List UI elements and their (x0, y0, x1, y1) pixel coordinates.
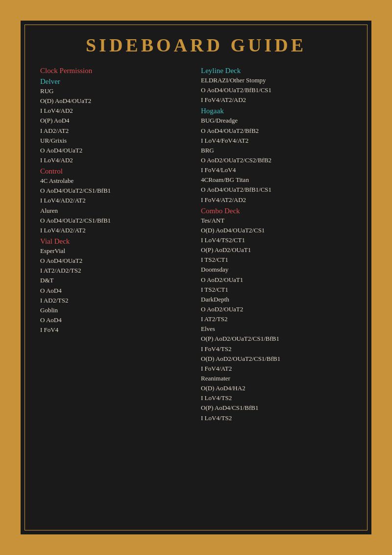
list-item: BUG/Dreadge (201, 116, 352, 126)
list-item: O AoD4/OUaT2/BfB1/CS1 (201, 85, 352, 95)
section-header: Combo Deck (201, 207, 352, 215)
list-item: O(P) AoD4 (40, 116, 191, 126)
section-header: Control (40, 167, 191, 176)
outer-frame: SIDEBOARD GUIDE Clock PermissionDelverRU… (10, 10, 382, 545)
svg-rect-9 (15, 536, 19, 540)
list-item: I AT2/AD2/TS2 (40, 266, 191, 276)
list-item: Tes/ANT (201, 216, 352, 226)
list-item: I FoV4/AT2/AD2 (201, 195, 352, 205)
list-item: I AD2/AT2 (40, 126, 191, 136)
section-header: Delver (40, 77, 191, 86)
inner-card: SIDEBOARD GUIDE Clock PermissionDelverRU… (20, 20, 372, 535)
svg-rect-1 (15, 15, 19, 19)
list-item: I LoV4/AD2/AT2 (40, 196, 191, 205)
list-item: I LoV4/AD2/AT2 (40, 226, 191, 235)
list-item: BRG (201, 146, 352, 155)
list-item: I FoV4/AT2/AD2 (201, 95, 352, 105)
list-item: O AoD4/OUaT2/BfB1/CS1 (201, 185, 352, 195)
list-item: I LoV4/AD2 (40, 106, 191, 116)
list-item: I FoV4/LoV4 (201, 165, 352, 175)
list-item: O(P) AoD4/CS1/BfB1 (201, 403, 352, 413)
list-item: O AoD4 (40, 315, 191, 325)
list-item: O(D) AoD4/HA2 (201, 383, 352, 393)
list-item: O AoD4/OUaT2/BfB2 (201, 126, 352, 136)
list-item: RUG (40, 86, 191, 96)
list-item: Doomsday (201, 265, 352, 275)
list-item: I FoV4/TS2 (201, 344, 352, 354)
list-item: Aluren (40, 206, 191, 216)
list-item: I TS2/CT1 (201, 255, 352, 265)
list-item: Goblin (40, 305, 191, 315)
section-header: Leyline Deck (201, 67, 352, 75)
list-item: UR/Grixis (40, 136, 191, 146)
list-item: O AoD2/OUaT2 (201, 304, 352, 314)
svg-rect-13 (373, 536, 377, 540)
list-item: D&T (40, 276, 191, 285)
list-item: I FoV4 (40, 325, 191, 335)
section-header: Hogaak (201, 107, 352, 115)
list-item: O AoD4/OUaT2/CS1/BfB1 (40, 216, 191, 226)
list-item: I FoV4/AT2 (201, 364, 352, 374)
list-item: ELDRAZI/Other Stompy (201, 76, 352, 85)
list-item: I TS2/CT1 (201, 285, 352, 295)
list-item: O(D) AoD4/OUaT2 (40, 96, 191, 106)
list-item: O AoD2/OUaT1 (201, 275, 352, 285)
left-column: Clock PermissionDelverRUGO(D) AoD4/OUaT2… (40, 65, 191, 423)
list-item: O(D) AoD4/OUaT2/CS1 (201, 226, 352, 235)
list-item: I AT2/TS2 (201, 314, 352, 324)
section-header: Vial Deck (40, 237, 191, 246)
content-area: Clock PermissionDelverRUGO(D) AoD4/OUaT2… (35, 65, 357, 423)
list-item: 4C Astrolabe (40, 176, 191, 186)
list-item: 4CRoam/BG Titan (201, 175, 352, 185)
list-item: O(D) AoD2/OUaT2/CS1/BfB1 (201, 354, 352, 364)
list-item: O AoD4 (40, 286, 191, 296)
list-item: I AD2/TS2 (40, 296, 191, 305)
svg-rect-5 (373, 15, 377, 19)
list-item: O AoD2/OUaT2/CS2/BfB2 (201, 155, 352, 165)
list-item: I LoV4/TS2 (201, 393, 352, 403)
section-header: Clock Permission (40, 67, 191, 75)
list-item: O AoD4/OUaT2 (40, 146, 191, 155)
list-item: I LoV4/TS2/CT1 (201, 235, 352, 245)
list-item: I LoV4/AD2 (40, 155, 191, 165)
list-item: O AoD4/OUaT2/CS1/BfB1 (40, 186, 191, 196)
list-item: O AoD4/OUaT2 (40, 256, 191, 266)
page-title: SIDEBOARD GUIDE (35, 34, 357, 56)
list-item: O(P) AoD2/OUaT2/CS1/BfB1 (201, 334, 352, 344)
list-item: Elves (201, 324, 352, 334)
list-item: I LoV4/FoV4/AT2 (201, 136, 352, 146)
list-item: O(P) AoD2/OUaT1 (201, 245, 352, 255)
list-item: I LoV4/TS2 (201, 413, 352, 423)
list-item: EsperVial (40, 246, 191, 256)
right-column: Leyline DeckELDRAZI/Other StompyO AoD4/O… (201, 65, 352, 423)
list-item: Reanimater (201, 374, 352, 383)
list-item: DarkDepth (201, 295, 352, 304)
